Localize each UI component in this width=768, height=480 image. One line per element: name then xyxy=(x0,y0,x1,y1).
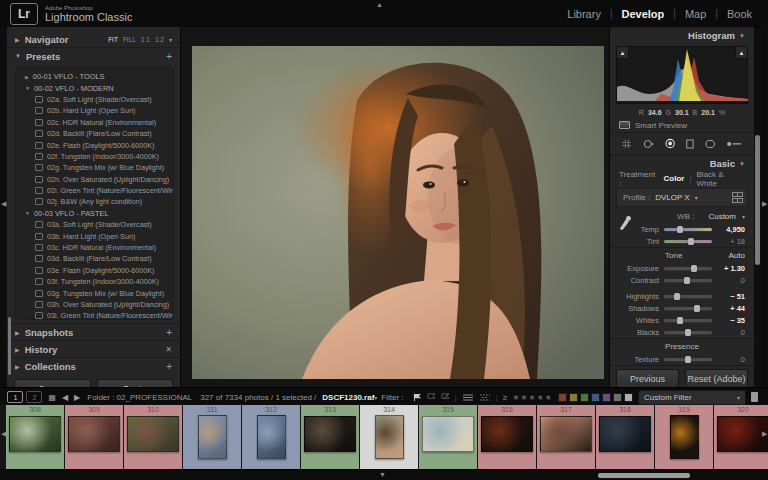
filmstrip-cell-316[interactable]: 316 xyxy=(478,405,536,469)
whites-slider-track[interactable] xyxy=(664,319,712,322)
texture-slider-track[interactable] xyxy=(664,358,712,361)
preset-item[interactable]: 02g. Tungsten Mix (w/ Blue Daylight) xyxy=(16,162,173,173)
module-tab-book[interactable]: Book xyxy=(727,8,752,20)
preset-item[interactable]: 02j. B&W (Any light condition) xyxy=(16,196,173,207)
color-label-swatch-3[interactable] xyxy=(591,393,600,402)
filmstrip-cell-315[interactable]: 315 xyxy=(419,405,477,469)
cell-thumbnail[interactable] xyxy=(127,416,179,452)
preset-item[interactable]: 03a. Soft Light (Shade/Overcast) xyxy=(16,219,173,230)
smart-preview-row[interactable]: Smart Preview xyxy=(610,118,754,133)
wb-value[interactable]: Custom xyxy=(708,212,736,221)
tint-slider-thumb[interactable] xyxy=(688,238,694,245)
filmstrip-scroll-right-icon[interactable]: ▶ xyxy=(762,430,767,438)
preset-group[interactable]: ▼00-03 VFLO - PASTEL xyxy=(16,208,173,219)
presets-header[interactable]: ▼ Presets + xyxy=(7,47,180,64)
treatment-bw-option[interactable]: Black & White xyxy=(697,170,745,188)
preset-group[interactable]: ▼00-02 VFLO - MODERN xyxy=(16,82,173,93)
preset-item[interactable]: 02c. HDR Natural (Environmental) xyxy=(16,117,173,128)
navigator-zoom-caret-icon[interactable]: ▾ xyxy=(169,36,172,43)
preset-group[interactable]: ▶00-01 VFLO - TOOLS xyxy=(16,71,173,82)
cell-thumbnail[interactable] xyxy=(9,416,61,452)
module-tab-develop[interactable]: Develop xyxy=(622,8,665,20)
add-snapshot-icon[interactable]: + xyxy=(166,327,172,338)
cell-thumbnail[interactable] xyxy=(670,415,699,459)
add-preset-icon[interactable]: + xyxy=(166,51,172,62)
color-label-swatch-6[interactable] xyxy=(624,393,633,402)
crop-overlay-icon[interactable] xyxy=(622,138,632,150)
add-collection-icon[interactable]: + xyxy=(166,361,172,372)
temp-slider-track[interactable] xyxy=(664,228,712,231)
navigator-zoom-1-2[interactable]: 1:2 xyxy=(155,36,164,43)
navigator-zoom-fit[interactable]: FIT xyxy=(108,36,118,43)
exposure-slider-track[interactable] xyxy=(664,267,712,270)
highlights-slider-track[interactable] xyxy=(664,295,712,298)
flag-reject-icon[interactable] xyxy=(441,393,450,401)
tint-slider-track[interactable] xyxy=(664,240,712,243)
filmstrip-cell-318[interactable]: 318 xyxy=(596,405,654,469)
previous-button[interactable]: Previous xyxy=(616,369,679,388)
contrast-slider-track[interactable] xyxy=(664,279,712,282)
preset-item[interactable]: 03e. Flash (Daylight/5000-6000K) xyxy=(16,265,173,276)
red-eye-icon[interactable] xyxy=(665,137,675,150)
main-window-button[interactable]: 1 xyxy=(7,391,23,403)
history-header[interactable]: ▶ History ✕ xyxy=(7,340,180,357)
preset-item[interactable]: 03f. Tungsten (Indoor/3000-4000K) xyxy=(16,276,173,287)
flag-pick-icon[interactable] xyxy=(413,393,422,401)
filmstrip-cell-313[interactable]: 313 xyxy=(301,405,359,469)
cell-thumbnail[interactable] xyxy=(717,416,768,452)
shadows-slider-thumb[interactable] xyxy=(694,305,700,312)
cell-thumbnail[interactable] xyxy=(68,416,120,452)
attribute-filter-icon[interactable] xyxy=(462,393,474,402)
navigator-zoom-1-1[interactable]: 1:1 xyxy=(141,36,150,43)
rating-operator[interactable]: ≥ xyxy=(503,393,507,402)
folder-path[interactable]: Folder : 02_PROFESSIONAL xyxy=(87,393,192,402)
left-panel-scrollbar[interactable] xyxy=(8,317,11,375)
texture-value[interactable]: 0 xyxy=(717,355,745,364)
rating-stars[interactable]: ★★★★★ xyxy=(512,393,553,402)
profile-browser-icon[interactable] xyxy=(732,192,741,203)
color-label-swatch-4[interactable] xyxy=(602,393,611,402)
shadow-clipping-icon[interactable]: ▲ xyxy=(617,47,629,59)
exposure-slider-thumb[interactable] xyxy=(691,265,697,272)
filmstrip-cell-317[interactable]: 317 xyxy=(537,405,595,469)
navigator-header[interactable]: ▶ Navigator FITFILL1:11:2▾ xyxy=(7,31,180,47)
radial-filter-icon[interactable] xyxy=(705,138,715,150)
filmstrip-scrollbar[interactable] xyxy=(598,473,690,478)
contrast-slider-thumb[interactable] xyxy=(684,277,690,284)
cell-thumbnail[interactable] xyxy=(599,416,651,452)
filmstrip-cell-308[interactable]: 308 xyxy=(6,405,64,469)
clear-history-icon[interactable]: ✕ xyxy=(165,345,172,354)
preset-item[interactable]: 02h. Over Saturated (Uplight/Dancing) xyxy=(16,174,173,185)
temp-value[interactable]: 4,950 xyxy=(717,225,745,234)
collections-header[interactable]: ▶ Collections + xyxy=(7,357,180,374)
navigator-zoom-fill[interactable]: FILL xyxy=(123,36,136,43)
profile-row[interactable]: Profile : DVLOP X ▾ xyxy=(616,188,748,207)
color-label-swatch-5[interactable] xyxy=(613,393,622,402)
shadows-value[interactable]: + 44 xyxy=(717,304,745,313)
module-tab-map[interactable]: Map xyxy=(685,8,706,20)
panel-collapse-left-icon[interactable]: ◀ xyxy=(1,200,6,208)
preset-item[interactable]: 03c. HDR Natural (Environmental) xyxy=(16,242,173,253)
main-photo[interactable] xyxy=(192,46,604,379)
filmstrip-cell-314[interactable]: 314 xyxy=(360,405,418,469)
reset-button[interactable]: Reset (Adobe) xyxy=(685,369,748,388)
tint-value[interactable]: + 18 xyxy=(717,237,745,246)
color-label-swatch-2[interactable] xyxy=(580,393,589,402)
snapshots-header[interactable]: ▶ Snapshots + xyxy=(7,323,180,340)
texture-slider-thumb[interactable] xyxy=(685,356,691,363)
temp-slider-thumb[interactable] xyxy=(677,226,683,233)
shadows-slider-track[interactable] xyxy=(664,307,712,310)
wb-eyedropper-icon[interactable] xyxy=(618,211,631,233)
color-label-swatch-1[interactable] xyxy=(569,393,578,402)
preset-item[interactable]: 03b. Hard Light (Open Sun) xyxy=(16,230,173,241)
cell-thumbnail[interactable] xyxy=(481,416,533,452)
contrast-value[interactable]: 0 xyxy=(717,276,745,285)
profile-value[interactable]: DVLOP X xyxy=(655,193,690,202)
previous-photo-icon[interactable]: ◀ xyxy=(62,393,68,402)
preset-item[interactable]: 03g. Tungsten Mix (w/ Blue Daylight) xyxy=(16,287,173,298)
whites-value[interactable]: − 35 xyxy=(717,316,745,325)
cell-thumbnail[interactable] xyxy=(257,415,286,459)
flag-unflagged-icon[interactable] xyxy=(427,393,436,401)
filmstrip-cell-320[interactable]: 320 xyxy=(714,405,768,469)
filmstrip-panel-icon[interactable] xyxy=(751,392,758,402)
